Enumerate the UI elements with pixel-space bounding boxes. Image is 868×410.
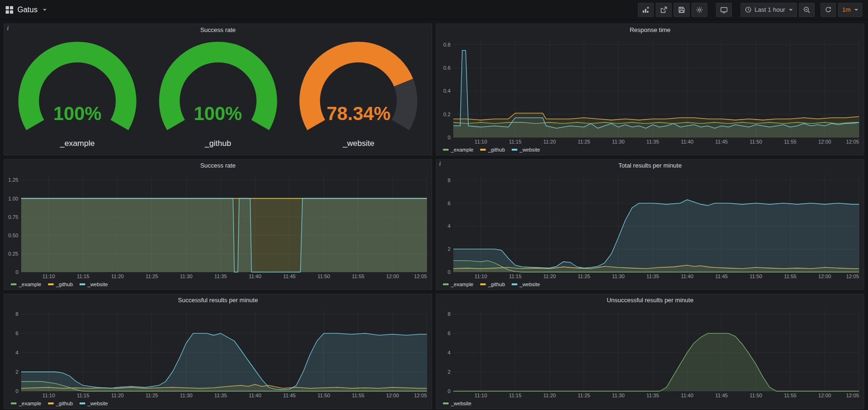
legend-item-_website[interactable]: _website (512, 147, 540, 153)
svg-text:12:05: 12:05 (846, 393, 859, 398)
svg-text:11:30: 11:30 (612, 273, 625, 279)
legend-label: _website (88, 281, 108, 287)
svg-text:0: 0 (448, 135, 450, 140)
panel-success-rate-graph: Success rate 11:1011:1511:2011:2511:3011… (4, 159, 432, 290)
add-panel-button[interactable] (638, 3, 654, 17)
legend-item-_example[interactable]: _example (11, 401, 41, 406)
legend-item-_website[interactable]: _website (443, 401, 471, 406)
successful-results-chart[interactable]: 11:1011:1511:2011:2511:3011:3511:4011:45… (4, 306, 432, 399)
legend-item-_website[interactable]: _website (80, 401, 108, 406)
svg-text:11:15: 11:15 (509, 393, 522, 398)
tv-mode-button[interactable] (716, 3, 732, 17)
panel-title[interactable]: Success rate (4, 24, 432, 36)
svg-text:11:10: 11:10 (474, 139, 487, 145)
svg-text:11:55: 11:55 (784, 139, 797, 145)
svg-text:11:45: 11:45 (715, 139, 728, 145)
settings-button[interactable] (691, 3, 707, 17)
svg-text:11:35: 11:35 (214, 393, 227, 398)
panel-title[interactable]: Total results per minute (436, 160, 864, 172)
navbar: Gatus (0, 0, 868, 20)
info-icon[interactable]: i (4, 24, 11, 33)
gauge-example: 100% _example (7, 38, 148, 151)
legend-item-_github[interactable]: _github (48, 281, 73, 287)
legend-swatch (443, 402, 449, 404)
save-button[interactable] (674, 3, 690, 17)
refresh-interval-caret-icon (854, 9, 858, 11)
legend-label: _github (488, 147, 505, 153)
legend-item-_github[interactable]: _github (480, 147, 505, 153)
svg-text:0.8: 0.8 (443, 42, 450, 48)
svg-text:11:30: 11:30 (180, 273, 193, 279)
svg-text:11:55: 11:55 (784, 393, 797, 398)
svg-text:11:40: 11:40 (681, 393, 693, 398)
dashboard-caret-icon[interactable] (43, 9, 47, 11)
gauge-website: 78.34% _website (288, 38, 429, 151)
panel-successful-results: Successful results per minute 11:1011:15… (4, 294, 432, 409)
svg-text:11:20: 11:20 (543, 273, 556, 279)
panel-title[interactable]: Response time (436, 24, 864, 36)
legend-label: _website (520, 147, 540, 153)
total-results-chart[interactable]: 11:1011:1511:2011:2511:3011:3511:4011:45… (436, 172, 864, 280)
refresh-button[interactable] (820, 3, 836, 17)
svg-text:6: 6 (16, 330, 18, 336)
clock-icon (745, 6, 752, 13)
legend-item-_website[interactable]: _website (512, 281, 540, 287)
svg-text:0.2: 0.2 (443, 112, 450, 117)
svg-text:11:10: 11:10 (42, 393, 55, 398)
svg-text:11:30: 11:30 (180, 393, 193, 398)
success-rate-chart[interactable]: 11:1011:1511:2011:2511:3011:3511:4011:45… (4, 172, 432, 280)
legend-label: _website (88, 401, 108, 406)
legend-label: _website (520, 281, 540, 287)
svg-text:11:30: 11:30 (612, 139, 625, 145)
refresh-interval-button[interactable]: 1m (838, 3, 862, 17)
info-icon[interactable]: i (436, 160, 443, 169)
legend-label: _github (488, 281, 505, 287)
svg-text:11:55: 11:55 (352, 273, 365, 279)
legend-swatch (80, 283, 85, 285)
gauge-value: 78.34% (288, 103, 429, 124)
svg-text:12:05: 12:05 (414, 393, 427, 398)
dashboard-title[interactable]: Gatus (17, 6, 38, 14)
legend-item-_github[interactable]: _github (480, 281, 505, 287)
legend-item-_website[interactable]: _website (80, 281, 108, 287)
legend-item-_example[interactable]: _example (443, 147, 474, 153)
svg-text:0.4: 0.4 (443, 88, 450, 94)
svg-text:6: 6 (448, 330, 450, 336)
svg-text:11:55: 11:55 (352, 393, 365, 398)
legend-item-_example[interactable]: _example (443, 281, 474, 287)
svg-text:11:40: 11:40 (249, 393, 261, 398)
svg-text:11:25: 11:25 (578, 393, 590, 398)
share-button[interactable] (656, 3, 672, 17)
svg-text:11:20: 11:20 (111, 273, 124, 279)
legend-swatch (48, 283, 54, 285)
svg-text:12:00: 12:00 (386, 273, 399, 279)
unsuccessful-results-chart[interactable]: 11:1011:1511:2011:2511:3011:3511:4011:45… (436, 306, 864, 399)
save-icon (678, 6, 685, 14)
response-time-chart[interactable]: 11:1011:1511:2011:2511:3011:3511:4011:45… (436, 36, 864, 145)
svg-text:11:15: 11:15 (77, 273, 89, 279)
time-range-button[interactable]: Last 1 hour (740, 3, 797, 17)
legend-item-_github[interactable]: _github (48, 401, 73, 406)
gauge-label: _website (288, 139, 429, 148)
legend-item-_example[interactable]: _example (11, 281, 41, 287)
gauge-value: 100% (7, 103, 148, 124)
svg-text:2: 2 (448, 246, 450, 252)
svg-text:0: 0 (16, 269, 18, 275)
legend-swatch (443, 283, 449, 285)
svg-text:4: 4 (16, 350, 18, 355)
panel-title[interactable]: Success rate (4, 160, 432, 172)
panel-title[interactable]: Unsuccessful results per minute (436, 294, 864, 306)
panel-success-rate-gauges: i Success rate 100% _example 100% _githu… (4, 24, 432, 155)
zoom-out-button[interactable] (799, 3, 815, 17)
panel-response-time: Response time 11:1011:1511:2011:2511:301… (436, 24, 864, 155)
svg-text:11:45: 11:45 (715, 393, 728, 398)
share-icon (660, 6, 667, 14)
svg-text:1.00: 1.00 (8, 196, 18, 201)
refresh-interval-label: 1m (842, 6, 851, 13)
svg-text:11:50: 11:50 (317, 393, 330, 398)
svg-text:0.25: 0.25 (8, 251, 18, 257)
panel-title[interactable]: Successful results per minute (4, 294, 432, 306)
refresh-icon (825, 6, 832, 13)
legend: _example_github_website (436, 280, 864, 289)
legend: _website (436, 399, 864, 409)
